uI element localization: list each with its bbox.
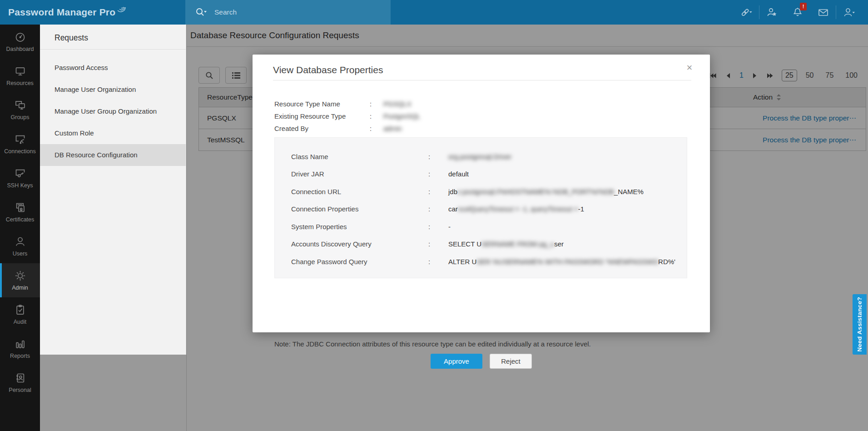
requests-sidebar: Requests Password Access Manage User Org… — [40, 25, 186, 355]
certificate-icon — [14, 201, 26, 214]
search-placeholder: Search — [214, 8, 237, 16]
monitor-icon — [14, 65, 26, 77]
sidebar-item-dashboard[interactable]: Dashboard — [0, 25, 40, 59]
monitors-icon — [14, 99, 26, 111]
subnav-item-manage-user-organization[interactable]: Manage User Organization — [40, 79, 186, 100]
redacted-value: SER %USERNAME% WITH PASSWORD '%NEWPASSWO — [476, 258, 658, 266]
close-icon[interactable]: × — [684, 62, 695, 74]
logo-swoosh-icon — [116, 3, 128, 15]
field-driver-jar: Driver JAR : default — [275, 165, 687, 183]
subnav-item-custom-role[interactable]: Custom Role — [40, 122, 186, 144]
need-assistance-tab[interactable]: Need Assistance? — [853, 294, 867, 355]
field-connection-properties: Connection Properties : carncelQueryTime… — [275, 200, 687, 218]
gear-icon — [14, 270, 26, 282]
user-favorites-button[interactable] — [759, 0, 785, 25]
field-accounts-discovery-query: Accounts Discovery Query : SELECT USERNA… — [275, 236, 687, 253]
field-change-password-query: Change Password Query : ALTER USER %USER… — [275, 253, 687, 271]
monitor-key-icon — [14, 167, 26, 180]
bar-chart-icon — [14, 338, 26, 350]
person-icon — [14, 236, 26, 248]
notifications-button[interactable]: ! — [785, 0, 810, 25]
app-root: Database Resource Configuration Requests — [0, 0, 868, 431]
redacted-value: org.postgresql.Driver — [448, 153, 511, 160]
redacted-value: PGSQLX — [383, 100, 412, 108]
summary-fields: Resource Type Name : PGSQLX Existing Res… — [274, 98, 421, 135]
sidebar-item-reports[interactable]: Reports — [0, 331, 40, 366]
approve-button[interactable]: Approve — [431, 354, 482, 369]
mail-icon — [818, 7, 829, 18]
dialog-title: View Database Properties — [273, 65, 383, 75]
sidebar-item-connections[interactable]: Connections — [0, 127, 40, 161]
search-icon — [195, 7, 207, 17]
view-database-properties-dialog: View Database Properties × Resource Type… — [253, 55, 710, 332]
clipboard-check-icon — [14, 304, 26, 316]
dialog-title-divider — [273, 80, 691, 80]
sidebar-item-personal[interactable]: Personal — [0, 366, 40, 400]
gauge-icon — [14, 31, 26, 43]
field-connection-url: Connection URL : jdbc:postgresql://%HOST… — [275, 183, 687, 200]
reject-button[interactable]: Reject — [490, 354, 532, 369]
subnav-item-db-resource-configuration[interactable]: DB Resource Configuration — [40, 144, 186, 166]
sidebar-item-admin[interactable]: Admin — [0, 263, 40, 297]
jdbc-properties-panel: Class Name : org.postgresql.Driver Drive… — [274, 137, 687, 278]
redacted-value: c:postgresql://%HOSTNAME%:%DB_PORT%/%DB — [457, 188, 614, 195]
field-system-properties: System Properties : - — [275, 218, 687, 236]
sidebar-item-groups[interactable]: Groups — [0, 93, 40, 127]
quick-links-button[interactable] — [734, 0, 759, 25]
link-icon — [740, 7, 752, 18]
account-menu-button[interactable] — [836, 0, 862, 25]
field-created-by: Created By : admin — [274, 122, 421, 135]
dialog-note: Note: The JDBC Connection attributes of … — [274, 340, 591, 348]
subnav-item-manage-user-group-organization[interactable]: Manage User Group Organization — [40, 100, 186, 122]
sidebar-item-certificates[interactable]: Certificates — [0, 195, 40, 229]
user-icon — [843, 7, 855, 18]
sidebar-item-resources[interactable]: Resources — [0, 59, 40, 93]
sidebar-item-users[interactable]: Users — [0, 229, 40, 263]
global-search-input[interactable]: Search — [185, 0, 391, 25]
top-bar: Password Manager Pro Search — [0, 0, 868, 25]
redacted-value: SERNAME FROM pg_u — [481, 240, 554, 248]
primary-sidebar: Dashboard Resources Groups Connections — [0, 25, 40, 431]
app-logo: Password Manager Pro — [8, 0, 128, 25]
user-star-icon — [766, 7, 778, 18]
messages-button[interactable] — [810, 0, 836, 25]
redacted-value: PostgreSQL — [383, 112, 421, 120]
notification-badge: ! — [800, 3, 807, 10]
redacted-value: admin — [383, 125, 402, 132]
field-class-name: Class Name : org.postgresql.Driver — [275, 148, 687, 165]
remote-connection-icon — [14, 133, 26, 145]
redacted-value: ncelQueryTimeout = -1, queryTimeout = — [458, 205, 578, 213]
address-book-icon — [14, 372, 26, 384]
requests-sidebar-title: Requests — [40, 25, 186, 50]
sidebar-item-audit[interactable]: Audit — [0, 297, 40, 331]
top-bar-icons: ! — [734, 0, 862, 25]
subnav-item-password-access[interactable]: Password Access — [40, 57, 186, 79]
field-existing-resource-type: Existing Resource Type : PostgreSQL — [274, 110, 421, 122]
sidebar-item-ssh-keys[interactable]: SSH Keys — [0, 161, 40, 195]
field-resource-type-name: Resource Type Name : PGSQLX — [274, 98, 421, 110]
